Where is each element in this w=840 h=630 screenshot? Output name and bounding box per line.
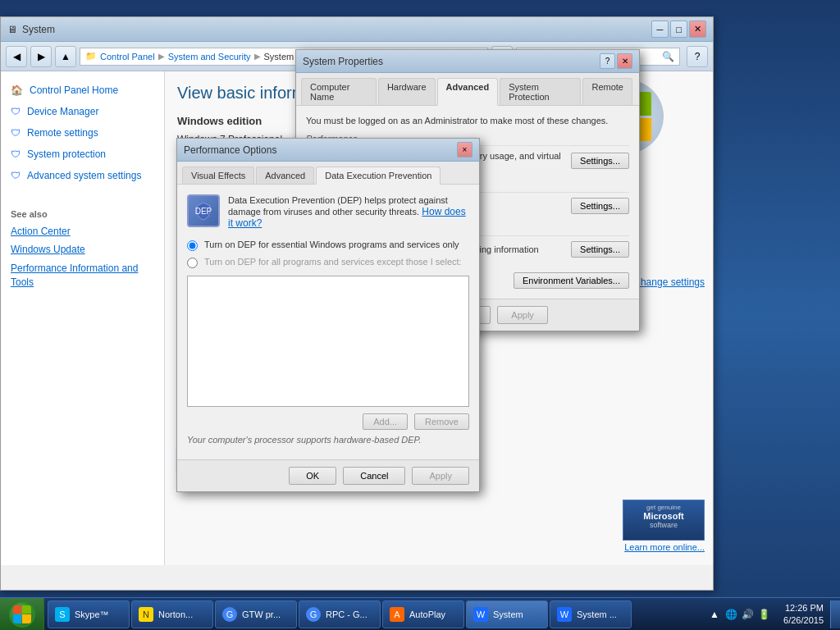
skype-icon: S [55,607,70,622]
genuine-badge[interactable]: get genuine Microsoft software [623,500,705,541]
perf-close-button[interactable]: × [457,142,472,158]
minimize-button[interactable]: ─ [651,21,669,38]
tab-computer-name[interactable]: Computer Name [301,78,377,105]
perf-tab-bar: Visual Effects Advanced Data Execution P… [177,162,479,185]
autoplay-icon: A [390,607,404,622]
sidebar: 🏠 Control Panel Home 🛡 Device Manager 🛡 … [1,71,165,565]
dep-note: Your computer's processor supports hardw… [187,435,469,445]
tab-advanced[interactable]: Advanced [437,78,499,106]
taskbar-clock[interactable]: 12:26 PM 6/26/2015 [777,602,830,626]
perf-cancel-button[interactable]: Cancel [343,467,405,485]
desktop: 🖥 System ─ □ ✕ ◀ ▶ ▲ 📁 Control Panel ▶ S… [0,0,840,630]
dep-radio1-item: Turn on DEP for essential Windows progra… [187,239,469,251]
dep-radio1-label[interactable]: Turn on DEP for essential Windows progra… [204,239,459,251]
sidebar-link-action-center[interactable]: Action Center [1,222,164,240]
taskbar-item-norton[interactable]: N Norton... [131,600,213,628]
dep-description: Data Execution Prevention (DEP) helps pr… [228,194,469,229]
start-flag [13,605,31,623]
chrome2-icon: G [306,607,321,622]
up-button[interactable]: ▲ [55,46,76,67]
taskbar-item-skype[interactable]: S Skype™ [48,600,130,628]
start-orb [9,601,35,628]
perf-controls: × [457,142,472,158]
dep-radio-group: Turn on DEP for essential Windows progra… [187,239,469,269]
tray-volume-icon[interactable]: 🔊 [741,608,754,621]
close-button[interactable]: ✕ [689,21,706,38]
performance-settings-button[interactable]: Settings... [571,153,629,169]
dep-listbox[interactable] [187,276,469,407]
taskbar-items: S Skype™ N Norton... G GTW pr... G RPC -… [44,598,701,630]
tray-battery-icon[interactable]: 🔋 [757,608,770,621]
perf-tab-advanced[interactable]: Advanced [256,167,314,184]
window-icon: 🖥 [7,24,17,35]
sidebar-home[interactable]: 🏠 Control Panel Home [1,80,164,101]
back-button[interactable]: ◀ [6,46,27,67]
tray-network-icon[interactable]: 🌐 [724,608,737,621]
norton-icon: N [139,607,153,622]
forward-button[interactable]: ▶ [30,46,52,67]
sidebar-item-system-protection[interactable]: 🛡 System protection [1,144,164,165]
sidebar-item-device-manager[interactable]: 🛡 Device Manager [1,101,164,122]
see-also-label: See also [1,203,164,222]
perf-apply-button[interactable]: Apply [412,467,469,485]
perf-title: Performance Options [184,144,457,156]
sidebar-item-advanced-settings[interactable]: 🛡 Advanced system settings [1,165,164,186]
sidebar-item-remote-settings[interactable]: 🛡 Remote settings [1,122,164,144]
sys-props-titlebar: System Properties ? ✕ [296,50,639,73]
dep-header: DEP Data Execution Prevention (DEP) help… [187,194,469,229]
taskbar-item-chrome1[interactable]: G GTW pr... [215,600,297,628]
system-window-title: 🖥 System [7,24,651,35]
sidebar-link-windows-update[interactable]: Windows Update [1,240,164,258]
breadcrumb-system-security[interactable]: System and Security [168,52,251,62]
dep-radio2-label[interactable]: Turn on DEP for all programs and service… [204,256,462,268]
system-titlebar: 🖥 System ─ □ ✕ [1,17,713,42]
breadcrumb: 📁 Control Panel ▶ System and Security ▶ … [85,51,294,62]
tab-system-protection[interactable]: System Protection [500,78,581,105]
environment-variables-button[interactable]: Environment Variables... [514,272,629,289]
genuine-badge-line1: get genuine [627,504,701,511]
home-icon: 🏠 [11,84,23,96]
taskbar-item-chrome2[interactable]: G RPC - G... [299,600,381,628]
perf-footer: OK Cancel Apply [177,459,479,491]
perf-ok-button[interactable]: OK [289,467,336,485]
maximize-button[interactable]: □ [670,21,687,38]
perf-tab-visual-effects[interactable]: Visual Effects [182,167,254,184]
learn-more-link[interactable]: Learn more online... [624,541,705,553]
taskbar-item-system2[interactable]: W System ... [550,600,632,628]
start-button[interactable] [0,598,44,631]
dep-radio2[interactable] [187,258,198,268]
sidebar-link-performance-info[interactable]: Performance Information and Tools [1,258,164,293]
breadcrumb-icon: 📁 [85,51,97,62]
dep-remove-button[interactable]: Remove [414,413,469,430]
dep-radio2-item: Turn on DEP for all programs and service… [187,256,469,268]
taskbar: S Skype™ N Norton... G GTW pr... G RPC -… [0,597,840,630]
advanced-settings-icon: 🛡 [11,170,21,181]
startup-recovery-settings-button[interactable]: Settings... [571,241,629,258]
sys-props-close-button[interactable]: ✕ [617,53,632,69]
breadcrumb-control-panel[interactable]: Control Panel [100,52,155,62]
dep-radio1[interactable] [187,240,198,251]
window-controls: ─ □ ✕ [651,21,706,38]
user-profiles-settings-button[interactable]: Settings... [571,198,629,214]
taskbar-item-autoplay[interactable]: A AutoPlay [382,600,464,628]
dep-action-buttons: Add... Remove [187,413,469,430]
help-button[interactable]: ? [687,46,708,67]
sys-props-controls: ? ✕ [600,53,632,69]
system-protection-icon: 🛡 [11,148,21,160]
taskbar-item-system1[interactable]: W System [466,600,548,628]
tray-arrow[interactable]: ▲ [708,608,721,621]
tab-remote[interactable]: Remote [582,78,632,105]
system2-icon: W [557,607,572,622]
remote-settings-icon: 🛡 [11,127,21,139]
search-icon: 🔍 [662,51,674,62]
show-desktop-button[interactable] [830,600,840,628]
sys-props-apply-button[interactable]: Apply [497,306,548,324]
perf-titlebar: Performance Options × [177,139,479,162]
genuine-badge-line3: software [627,521,701,529]
tab-hardware[interactable]: Hardware [378,78,436,105]
performance-options-dialog: Performance Options × Visual Effects Adv… [176,138,480,492]
sys-props-help-button[interactable]: ? [600,53,615,69]
perf-tab-dep[interactable]: Data Execution Prevention [316,167,441,185]
dep-add-button[interactable]: Add... [363,413,408,430]
device-manager-icon: 🛡 [11,106,21,117]
